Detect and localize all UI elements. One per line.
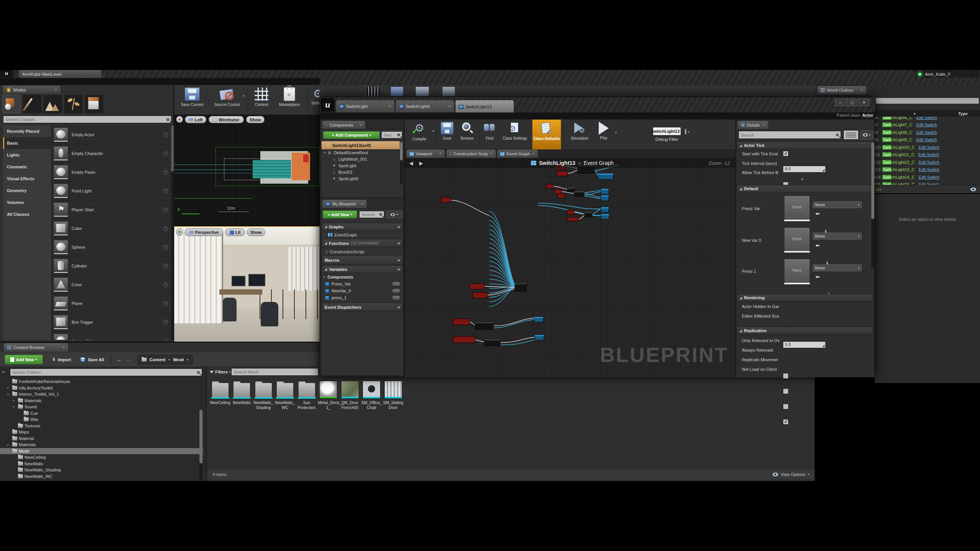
outliner-row[interactable]: t10SwitchLight10_CEdit Switch — [875, 143, 980, 151]
viewport-top[interactable]: Y 10m ▾ Left Wireframe Show — [174, 115, 320, 225]
details-tab[interactable]: iDetails✕ — [738, 121, 768, 129]
outliner-row[interactable]: t15SwitchLight15_CEdit Switch — [875, 181, 980, 185]
add-macro-icon[interactable]: + — [398, 258, 400, 262]
variable-row[interactable]: NewVar_0 — [322, 287, 403, 294]
asset-tile[interactable]: SM_Office_ Chair — [361, 381, 382, 410]
add-component-button[interactable]: + Add Component▾ — [323, 131, 380, 139]
outliner-type-link[interactable]: Edit Switch — [916, 130, 937, 135]
details-search-input[interactable]: Search — [738, 131, 841, 139]
bp-document-tab[interactable]: SwitchLight13✕ — [456, 100, 514, 113]
new-var-dropdown[interactable]: None▾ — [813, 233, 862, 240]
event-graph-canvas[interactable]: ◀ ▶ SwitchLight13 > Event Graph Zoom -12… — [405, 158, 735, 377]
visibility-filter-button[interactable]: ▾ — [386, 211, 402, 218]
world-outliner-tab[interactable]: World Outliner✕ — [817, 86, 866, 95]
asset-tile[interactable]: SM_Sliding Door — [383, 381, 403, 410]
outliner-row[interactable]: t7SwitchLight7_CEdit Switch — [875, 121, 980, 129]
outliner-type-link[interactable]: Edit Switch — [918, 152, 939, 157]
placeable-item[interactable]: Cylinder? — [51, 257, 171, 276]
type-column-header[interactable]: Type — [958, 111, 968, 116]
folder-tree-item[interactable]: ForAmirKabirReveriaHouse — [0, 378, 203, 385]
placeable-item[interactable]: Point Light? — [51, 182, 171, 201]
chevron-down-icon[interactable]: ▾ — [433, 129, 434, 133]
component-row[interactable]: ✶SpotLight — [322, 162, 400, 169]
close-icon[interactable]: ✕ — [361, 202, 364, 206]
content-button[interactable]: Content — [251, 87, 272, 107]
parent-class-value[interactable]: Actor — [862, 113, 873, 118]
close-icon[interactable]: ✕ — [54, 88, 57, 92]
find-button[interactable]: Find — [482, 122, 497, 140]
outliner-row[interactable]: t12SwitchLight12_CEdit Switch — [875, 158, 980, 166]
close-icon[interactable]: ✕ — [388, 104, 391, 108]
graph-tab[interactable]: Event Graph✕ — [497, 150, 538, 158]
folder-tree-item[interactable]: ▾Interior_Toolkit_Vol_1 — [0, 391, 203, 398]
outliner-row[interactable]: t8SwitchLight8_CEdit Switch — [875, 129, 980, 136]
help-icon[interactable]: ? — [163, 245, 168, 250]
viewmode-button[interactable]: Lit — [225, 228, 245, 236]
asset-tile[interactable]: Metal_Deck__ 1_ — [318, 381, 339, 410]
variable-row[interactable]: Press_Var — [322, 280, 403, 287]
components-scrollbar[interactable] — [400, 142, 403, 184]
close-icon[interactable]: ✕ — [62, 346, 65, 349]
tree-scrollbar[interactable] — [199, 410, 203, 481]
details-view-options-button[interactable]: ▾ — [860, 130, 873, 140]
component-row[interactable]: ⌂Box001 — [322, 169, 400, 175]
start-with-tick-checkbox[interactable] — [783, 151, 789, 156]
billboard-scale-input[interactable]: 1.0 — [783, 341, 826, 348]
close-icon[interactable]: ✕ — [762, 123, 765, 127]
close-icon[interactable]: ✕ — [532, 152, 535, 156]
mode-geometry-button[interactable] — [85, 95, 103, 113]
only-relevant-checkbox[interactable] — [783, 373, 789, 379]
show-button[interactable]: Show — [246, 116, 265, 123]
asset-tile[interactable]: NewCeiling — [210, 381, 230, 405]
simulation-button[interactable]: ⚙Simulation — [567, 122, 592, 140]
back-icon[interactable]: ← — [117, 357, 122, 363]
compile-button[interactable]: ⚙✓Compile — [407, 122, 431, 141]
placeable-item[interactable]: Box Trigger? — [51, 313, 171, 332]
build-icon[interactable] — [415, 86, 429, 96]
source-control-button[interactable]: Source Control▾ — [211, 87, 243, 107]
folder-tree-item[interactable]: ▸Materials — [0, 442, 203, 448]
details-scrollbar[interactable] — [871, 142, 874, 269]
outliner-type-link[interactable]: Edit Switch — [916, 117, 937, 120]
help-icon[interactable]: ? — [163, 320, 168, 325]
modes-search-input[interactable]: Search Classes — [3, 116, 172, 123]
mode-foliage-button[interactable] — [64, 95, 83, 113]
outliner-row[interactable]: t9SwitchLight9_CEdit Switch — [875, 136, 980, 144]
save-all-button[interactable]: Save All — [80, 357, 104, 362]
close-icon[interactable]: ✕ — [359, 123, 362, 127]
help-icon[interactable]: ? — [163, 282, 168, 287]
outliner-type-link[interactable]: Edit Switch — [916, 122, 937, 127]
outliner-header-row[interactable]: ▲ Type — [875, 110, 980, 117]
press-1-thumbnail[interactable]: None — [784, 259, 810, 284]
bp-document-tab[interactable]: SwitchLight✕ — [336, 100, 394, 112]
component-row[interactable]: ▾◎DefaultSceneRoot — [322, 149, 400, 156]
new-var-thumbnail[interactable]: None — [784, 227, 810, 253]
user-chip[interactable]: Amir_Kabir_F — [915, 70, 979, 78]
rendering-header[interactable]: ◢Rendering — [737, 294, 872, 302]
placeable-item[interactable]: Cone? — [51, 276, 171, 294]
variable-visibility-toggle[interactable] — [392, 289, 400, 293]
level-tab[interactable]: AmirKabir-MainLevel — [19, 70, 101, 78]
folder-tree-item[interactable]: NewCeiling — [0, 454, 203, 461]
help-icon[interactable]: ? — [163, 226, 168, 231]
press-var-thumbnail[interactable]: None — [784, 196, 810, 221]
modes-category[interactable]: Volumes — [3, 197, 51, 209]
folder-tree-item[interactable]: Wav — [0, 416, 203, 423]
forward-icon[interactable]: → — [126, 357, 131, 363]
tick-interval-input[interactable]: 0.0 — [783, 166, 826, 173]
close-icon[interactable]: ✕ — [508, 105, 511, 109]
modes-category[interactable]: Visual Effects — [3, 173, 51, 185]
folder-tree-item[interactable]: Maps — [0, 429, 203, 435]
breadcrumb-root[interactable]: SwitchLight13 — [539, 160, 575, 166]
outliner-type-link[interactable]: Edit Switch — [919, 175, 939, 179]
filters-button[interactable]: Filters▾ — [210, 368, 231, 376]
outliner-type-link[interactable]: Edit Switch — [919, 160, 939, 165]
save-current-button[interactable]: Save Current — [179, 87, 206, 107]
help-icon[interactable]: ? — [163, 132, 168, 137]
browse-button[interactable]: Browse — [457, 122, 477, 140]
launch-icon[interactable] — [442, 86, 455, 96]
actor-tick-header[interactable]: ◢Actor Tick — [737, 142, 872, 149]
outliner-row[interactable]: t6SwitchLight6_CEdit Switch — [875, 117, 980, 121]
close-icon[interactable]: ✕ — [448, 104, 451, 108]
folder-tree-item[interactable]: ▾Sound — [0, 404, 203, 410]
